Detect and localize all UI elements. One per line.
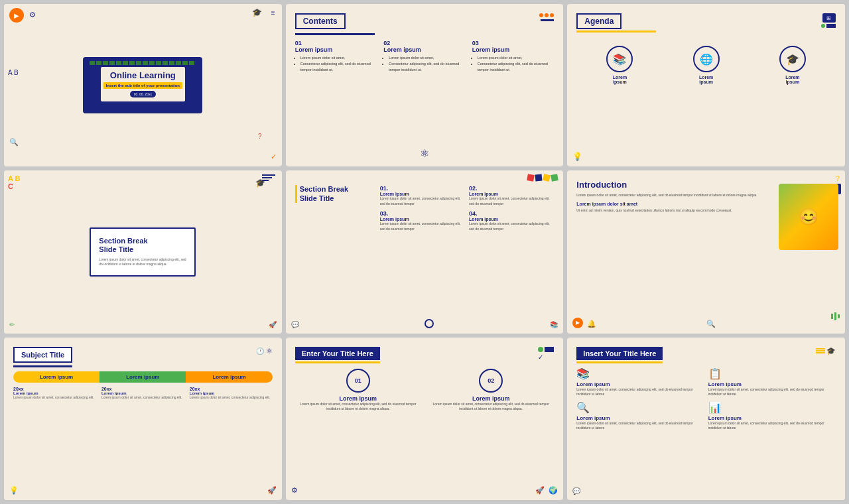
slide-1: ▶ ⚙ 🎓 ≡ 🔍 ✓ A B ? Online Learning Insert… <box>4 4 282 166</box>
question-deco-6: ? <box>836 174 840 182</box>
slide3-title: Agenda <box>576 13 621 29</box>
colorblocks-deco <box>527 174 558 181</box>
s7-bar <box>13 365 72 367</box>
s5-item-2: 02. Lorem ipsum Lorem ipsum dolor sit am… <box>469 185 554 206</box>
rocket-deco-7: 🚀 <box>267 486 277 495</box>
bell-deco-6: 🔔 <box>587 320 596 328</box>
item1-icon: 📚 <box>576 367 704 380</box>
pill-3: Lorem ipsum <box>186 371 272 383</box>
col2-num: 02 <box>383 40 466 46</box>
s8-title: Enter Your Title Here <box>302 349 373 357</box>
deco-top-right-9: 🎓 <box>816 347 836 355</box>
slide-7: Subject Title 🕐 ⚛ Lorem ipsum Lorem ipsu… <box>4 338 282 500</box>
slide2-col2: 02 Lorem ipsum Lorem ipsum dolor sit ame… <box>383 40 466 73</box>
checkmark-deco: ✓ <box>271 153 277 161</box>
slide3-bar <box>576 31 656 32</box>
chat-deco: 💬 <box>291 321 299 328</box>
col2-head: Lorem ipsum <box>383 46 466 53</box>
s7-title: Subject Title <box>21 351 64 359</box>
col2-text: Lorem ipsum dolor sit amet, Consectetur … <box>383 55 466 72</box>
tl-item-1: 20xx Lorem ipsum Lorem ipsum dolor sit a… <box>13 387 96 401</box>
icon-label-1: Loremipsum <box>613 75 627 84</box>
slide2-columns: 01 Lorem ipsum Lorem ipsum dolor sit ame… <box>295 40 555 73</box>
monitor-wrap: Online Learning Insert the sub title of … <box>83 57 202 113</box>
s4-title-box: Section BreakSlide Title Lorem ipsum dol… <box>90 227 196 276</box>
slide-4: A BC 🎓 Section BreakSlide Title Lorem ip… <box>4 170 282 333</box>
item4-icon: 📊 <box>708 401 836 414</box>
slide2-col3: 03 Lorem ipsum Lorem ipsum dolor sit ame… <box>472 40 555 73</box>
s4-title: Section BreakSlide Title <box>99 237 186 254</box>
s9-title-box: Insert Your Title Here <box>576 347 663 360</box>
grad-deco-9: 🎓 <box>826 347 836 355</box>
bars-deco-6 <box>831 312 840 320</box>
s5-main: Section BreakSlide Title 01. Lorem ipsum… <box>295 185 555 231</box>
monitor-stand <box>133 101 153 107</box>
card2-circle: 02 <box>479 369 503 393</box>
card1-text: Lorem ipsum dolor sit amet, consectetur … <box>295 402 421 412</box>
abc-deco: A B <box>8 69 19 76</box>
question-deco: ? <box>258 133 262 140</box>
bulb-deco: 💡 <box>572 152 582 161</box>
col1-text: Lorem ipsum dolor sit amet, Consectetur … <box>295 55 377 72</box>
item3-head: Lorem ipsum <box>576 415 704 421</box>
slide-2: Contents 01 Lorem ipsum Lorem ipsum dolo… <box>286 4 564 166</box>
monitor-screen: Online Learning Insert the sub title of … <box>101 67 185 101</box>
pill-2: Lorem ipsum <box>99 371 186 383</box>
s5-title: Section BreakSlide Title <box>295 185 375 202</box>
atom-icon: ⚛ <box>420 147 429 160</box>
s4-text: Lorem ipsum dolor sit amet, consectetur … <box>99 257 186 267</box>
lines-deco: ≡ <box>271 9 275 17</box>
slide-8: Enter Your Title Here ✓ 01 Lorem ipsum L… <box>286 338 564 500</box>
globe-deco-8: 🌍 <box>549 486 558 495</box>
s8-card-1: 01 Lorem ipsum Lorem ipsum dolor sit ame… <box>295 369 421 412</box>
s8-title-box: Enter Your Title Here <box>295 347 380 360</box>
dot-orange <box>539 13 543 17</box>
top-bar-blue <box>541 19 554 21</box>
deco-top-right-7: 🕐 ⚛ <box>256 347 273 355</box>
s5-left-col: Section BreakSlide Title <box>295 185 375 231</box>
icon-circle-3: 🎓 <box>779 46 806 72</box>
slide1-title: Online Learning <box>103 71 182 80</box>
dot-orange3 <box>550 13 554 17</box>
books-deco: 📚 <box>550 321 558 328</box>
s7-title-box: Subject Title <box>13 347 72 363</box>
card2-text: Lorem ipsum dolor sit amet, consectetur … <box>428 402 554 412</box>
slide-5: Section BreakSlide Title 01. Lorem ipsum… <box>286 170 564 333</box>
agenda-icon-1: 📚 Loremipsum <box>606 46 633 84</box>
col3-text: Lorem ipsum dolor sit amet, Consectetur … <box>472 55 555 72</box>
abc-deco-4: A BC <box>8 174 21 190</box>
col1-num: 01 <box>295 40 377 46</box>
checkmark-8: ✓ <box>538 353 554 361</box>
item3-text: Lorem ipsum dolor sit amet, consectetur … <box>576 421 704 431</box>
card1-head: Lorem ipsum <box>340 395 377 402</box>
s9-grid: 📚 Lorem ipsum Lorem ipsum dolor sit amet… <box>576 367 836 431</box>
s9-bar <box>576 361 663 363</box>
monitor-base <box>123 107 163 109</box>
slide-3: Agenda ⊞ 📚 Loremipsum 🌐 Loremipsum 🎓 Lor… <box>567 4 845 166</box>
agenda-icon-btn: ⊞ <box>822 13 836 23</box>
s4-center: Section BreakSlide Title Lorem ipsum dol… <box>13 180 273 324</box>
chat-deco-9: 💬 <box>572 487 580 495</box>
slide2-title: Contents <box>295 13 346 29</box>
agenda-icon-3: 🎓 Loremipsum <box>779 46 806 84</box>
slide-6: ? ✓ 😊 Introduction Lorem ipsum dolor sit… <box>567 170 845 333</box>
blue-rect <box>826 24 836 28</box>
col3-head: Lorem ipsum <box>472 46 555 53</box>
tl-item-3: 20xx Lorem ipsum Lorem ipsum dolor sit a… <box>190 387 273 401</box>
icon-label-2: Loremipsum <box>699 75 713 84</box>
green-dot-8 <box>538 347 543 352</box>
icon-circle-2: 🌐 <box>693 46 720 72</box>
s6-subtext: Ut enim ad minim veniam, quis nostrud ex… <box>576 208 769 213</box>
pill-1: Lorem ipsum <box>13 371 99 383</box>
tl-item-2: 20xx Lorem ipsum Lorem ipsum dolor sit a… <box>101 387 184 401</box>
gear-icon-deco: ⚙ <box>29 11 36 19</box>
item2-icon: 📋 <box>708 367 836 380</box>
s6-content-left: Introduction Lorem ipsum dolor sit amet,… <box>576 180 769 213</box>
item2-text: Lorem ipsum dolor sit amet, consectetur … <box>708 387 836 397</box>
item1-head: Lorem ipsum <box>576 381 704 387</box>
icon-label-3: Loremipsum <box>785 75 799 84</box>
col3-num: 03 <box>472 40 555 46</box>
s5-grid: 01. Lorem ipsum Lorem ipsum dolor sit am… <box>380 185 555 231</box>
s9-item-3: 🔍 Lorem ipsum Lorem ipsum dolor sit amet… <box>576 401 704 431</box>
grad-cap-deco: 🎓 <box>252 8 262 17</box>
